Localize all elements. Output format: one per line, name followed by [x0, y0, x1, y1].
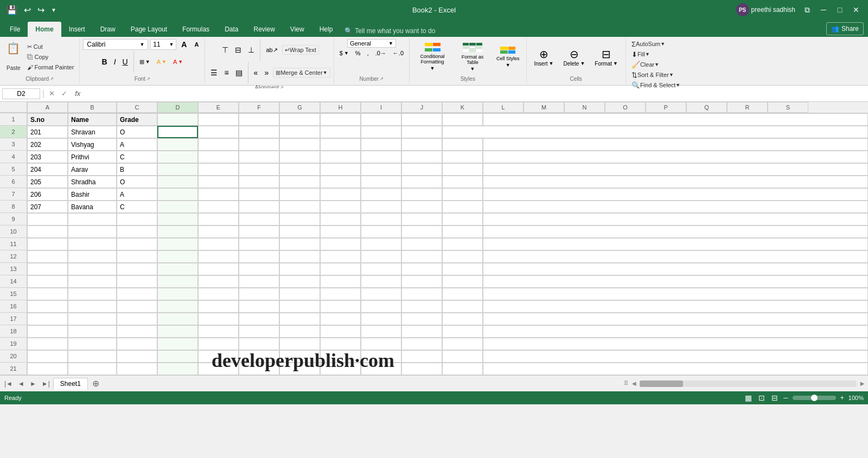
cell-B6[interactable]: Shradha	[68, 176, 117, 188]
cell-extra[interactable]	[198, 225, 239, 238]
cell-extra[interactable]	[279, 288, 320, 300]
align-center-button[interactable]: ≡	[222, 67, 231, 78]
formula-cancel-icon[interactable]: ✕	[47, 88, 57, 99]
grow-font-button[interactable]: A	[178, 40, 189, 49]
cell-extra[interactable]	[401, 225, 442, 238]
col-header-Q[interactable]: Q	[686, 102, 727, 113]
cell-extra[interactable]	[279, 350, 320, 363]
tab-data[interactable]: Data	[217, 22, 246, 37]
page-layout-view-button[interactable]: ⊡	[757, 392, 766, 403]
cell-extra[interactable]	[198, 238, 239, 250]
cell-D4[interactable]	[157, 151, 198, 163]
cell-C20[interactable]	[117, 350, 157, 363]
cell-extra[interactable]	[198, 250, 239, 263]
cell-A4[interactable]: 203	[27, 151, 68, 163]
border-button[interactable]: ⊞ ▼	[137, 58, 152, 66]
cell-H1[interactable]	[320, 113, 361, 126]
decrease-decimal-button[interactable]: ←.0	[391, 49, 406, 57]
cell-C2[interactable]: O	[117, 126, 157, 138]
align-left-button[interactable]: ☰	[208, 67, 220, 78]
cell-extra[interactable]	[279, 338, 320, 350]
cell-extra[interactable]	[401, 350, 442, 363]
cell-B12[interactable]	[68, 250, 117, 263]
cell-extra[interactable]	[279, 363, 320, 375]
row-header-12[interactable]: 12	[0, 250, 27, 263]
cell-extra[interactable]	[320, 250, 361, 263]
cell-extra[interactable]	[320, 313, 361, 325]
add-sheet-button[interactable]: ⊕	[89, 377, 103, 390]
cell-K1[interactable]	[442, 113, 483, 126]
cell-A8[interactable]: 207	[27, 201, 68, 213]
cell-extra[interactable]	[320, 151, 361, 163]
cell-extra[interactable]	[239, 263, 279, 275]
tab-file[interactable]: File	[2, 22, 28, 37]
cell-extra[interactable]	[442, 363, 483, 375]
cell-C17[interactable]	[117, 313, 157, 325]
cell-C1[interactable]: Grade	[117, 113, 157, 126]
scroll-left-button[interactable]: ◄	[630, 379, 637, 388]
row-header-16[interactable]: 16	[0, 300, 27, 313]
cell-extra[interactable]	[320, 363, 361, 375]
cell-F1[interactable]	[239, 113, 279, 126]
cell-extra[interactable]	[320, 225, 361, 238]
cell-D20[interactable]	[157, 350, 198, 363]
cell-B21[interactable]	[68, 363, 117, 375]
cell-A1[interactable]: S.no	[27, 113, 68, 126]
cell-extra[interactable]	[279, 213, 320, 225]
cell-extra[interactable]	[239, 163, 279, 176]
cell-extra[interactable]	[279, 201, 320, 213]
cell-extra[interactable]	[198, 350, 239, 363]
col-header-E[interactable]: E	[198, 102, 239, 113]
tab-review[interactable]: Review	[246, 22, 282, 37]
comma-button[interactable]: ,	[365, 49, 371, 57]
cell-C14[interactable]	[117, 275, 157, 288]
cell-C9[interactable]	[117, 213, 157, 225]
zoom-out-button[interactable]: ─	[783, 394, 788, 402]
cell-extra[interactable]	[320, 263, 361, 275]
cell-extra[interactable]	[401, 300, 442, 313]
row-header-18[interactable]: 18	[0, 325, 27, 338]
cell-D13[interactable]	[157, 263, 198, 275]
cell-extra[interactable]	[320, 176, 361, 188]
sheet-nav-last[interactable]: ►|	[40, 379, 52, 389]
cell-extra[interactable]	[361, 188, 401, 201]
col-header-P[interactable]: P	[646, 102, 686, 113]
cell-D12[interactable]	[157, 250, 198, 263]
col-header-S[interactable]: S	[768, 102, 808, 113]
cell-A13[interactable]	[27, 263, 68, 275]
cell-extra[interactable]	[239, 188, 279, 201]
cell-C7[interactable]: A	[117, 188, 157, 201]
tab-page-layout[interactable]: Page Layout	[123, 22, 175, 37]
format-as-table-button[interactable]: Format as Table ▼	[453, 42, 492, 73]
cell-extra[interactable]	[239, 275, 279, 288]
col-header-J[interactable]: J	[401, 102, 442, 113]
cell-extra[interactable]	[442, 263, 483, 275]
cell-extra[interactable]	[361, 338, 401, 350]
insert-cells-button[interactable]: ⊕ Insert ▼	[530, 47, 558, 68]
cell-extra[interactable]	[442, 350, 483, 363]
cell-extra[interactable]	[401, 163, 442, 176]
cell-B4[interactable]: Prithvi	[68, 151, 117, 163]
cell-extra[interactable]	[198, 151, 239, 163]
cell-extra[interactable]	[320, 288, 361, 300]
cell-extra[interactable]	[279, 250, 320, 263]
cell-extra[interactable]	[239, 288, 279, 300]
cell-A14[interactable]	[27, 275, 68, 288]
tab-insert[interactable]: Insert	[61, 22, 93, 37]
cell-extra[interactable]	[279, 313, 320, 325]
cell-extra[interactable]	[198, 363, 239, 375]
row-header-9[interactable]: 9	[0, 213, 27, 225]
cell-B3[interactable]: Vishyag	[68, 138, 117, 151]
cell-A18[interactable]	[27, 325, 68, 338]
maximize-button[interactable]: □	[832, 4, 847, 16]
row-header-14[interactable]: 14	[0, 275, 27, 288]
cell-extra[interactable]	[442, 313, 483, 325]
font-expand-icon[interactable]: ↗	[146, 76, 150, 81]
cell-extra[interactable]	[198, 163, 239, 176]
cell-D17[interactable]	[157, 313, 198, 325]
cell-extra[interactable]	[401, 363, 442, 375]
cell-extra[interactable]	[401, 138, 442, 151]
cell-I2[interactable]	[361, 126, 401, 138]
increase-indent-button[interactable]: »	[262, 67, 271, 78]
cell-extra[interactable]	[361, 163, 401, 176]
